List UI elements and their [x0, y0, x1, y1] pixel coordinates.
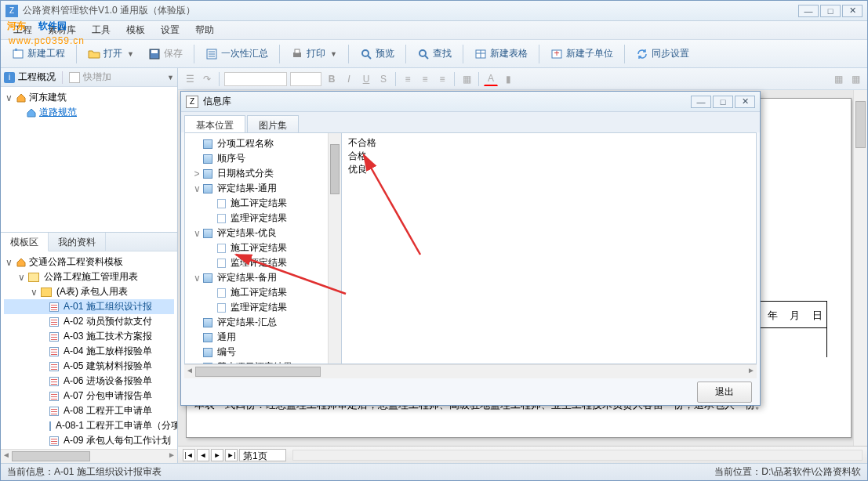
menu-help[interactable]: 帮助 [189, 22, 220, 38]
redo-icon[interactable]: ↷ [200, 72, 214, 86]
dialog-tree-item[interactable]: 编号 [188, 345, 325, 360]
template-item[interactable]: A-08 工程开工申请单 [4, 403, 174, 418]
template-item[interactable]: A-05 建筑材料报验单 [4, 359, 174, 374]
tab-my-materials[interactable]: 我的资料 [49, 233, 106, 251]
print-button[interactable]: 打印▼ [286, 45, 342, 63]
align-left-button[interactable]: ≡ [401, 72, 415, 86]
dialog-tree-item[interactable]: >日期格式分类 [188, 166, 325, 181]
template-tree[interactable]: ∨交通公路工程资料模板 ∨公路工程施工管理用表 ∨(A表) 承包人用表 A-01… [1, 251, 177, 449]
dialog-tree-item[interactable]: 评定结果-汇总 [188, 315, 325, 330]
doc-icon [49, 362, 59, 371]
preview-button[interactable]: 预览 [355, 45, 399, 63]
menu-settings[interactable]: 设置 [154, 22, 186, 38]
bold-button[interactable]: B [325, 72, 339, 86]
folder-icon [28, 273, 39, 282]
dialog-tree-item[interactable]: 分项工程名称 [188, 136, 325, 151]
doc-icon [49, 347, 59, 356]
page-input[interactable]: 第1页 [239, 449, 286, 461]
dialog-tree-item[interactable]: 施工评定结果 [188, 240, 325, 255]
search-button[interactable]: 查找 [412, 45, 456, 63]
close-button[interactable]: ✕ [842, 5, 863, 17]
dialog-tree-item[interactable]: 通用 [188, 330, 325, 345]
tab-templates[interactable]: 模板区 [1, 233, 49, 251]
project-tree[interactable]: ∨河东建筑 道路规范 [1, 87, 177, 232]
dialog-tree-item[interactable]: 施工评定结果 [188, 285, 325, 300]
menu-tools[interactable]: 工具 [85, 22, 117, 38]
toolbar: 新建工程 打开▼ 保存 一次性汇总 打印▼ 预览 查找 新建表格 +新建子单位 … [1, 40, 867, 68]
summary-button[interactable]: 一次性汇总 [201, 45, 273, 63]
dialog-tree-item[interactable]: ∨评定结果-通用 [188, 181, 325, 196]
dialog-tree-scrollbar[interactable] [328, 133, 341, 363]
borders-button[interactable]: ▦ [459, 72, 474, 86]
dialog-tab-images[interactable]: 图片集 [247, 115, 299, 132]
open-button[interactable]: 打开▼ [83, 45, 139, 63]
sync-button[interactable]: 同步设置 [631, 45, 694, 63]
dialog-hscroll[interactable] [184, 364, 757, 378]
template-root[interactable]: 交通公路工程资料模板 [29, 255, 123, 269]
size-select[interactable] [290, 72, 321, 86]
dialog-option[interactable]: 合格 [348, 150, 750, 163]
template-item[interactable]: A-01 施工组织设计报 [4, 299, 174, 314]
dialog-tree-item[interactable]: ∨评定结果-优良 [188, 226, 325, 240]
strike-button[interactable]: S [376, 72, 390, 86]
menu-material[interactable]: 素材库 [42, 22, 82, 38]
menu-project[interactable]: 工程 [7, 22, 38, 38]
last-page-button[interactable]: ►| [225, 449, 238, 461]
maximize-button[interactable]: □ [820, 5, 841, 17]
dialog-tree-item[interactable]: 监理评定结果 [188, 300, 325, 315]
horizontal-scrollbar[interactable] [1, 449, 177, 463]
dialog-tree-item[interactable]: 基本项目评定结果 [188, 360, 325, 363]
dialog-tree-item[interactable]: 顺序号 [188, 151, 325, 166]
new-table-button[interactable]: 新建表格 [470, 45, 532, 63]
template-item[interactable]: A-04 施工放样报验单 [4, 344, 174, 359]
page-icon [217, 214, 226, 223]
first-page-button[interactable]: |◄ [183, 449, 195, 461]
tree-root[interactable]: 河东建筑 [29, 91, 67, 104]
minimize-button[interactable]: — [798, 5, 819, 17]
quick-add-label[interactable]: 快增加 [83, 71, 111, 84]
misc-button[interactable]: ▦ [848, 72, 863, 86]
font-color-button[interactable]: A [484, 72, 498, 86]
dialog-tree[interactable]: 分项工程名称顺序号>日期格式分类∨评定结果-通用施工评定结果监理评定结果∨评定结… [185, 133, 342, 363]
template-subfolder[interactable]: (A表) 承包人用表 [56, 285, 128, 298]
dialog-option[interactable]: 不合格 [348, 136, 750, 150]
template-item[interactable]: A-03 施工技术方案报 [4, 329, 174, 344]
dialog-tree-item[interactable]: ∨评定结果-备用 [188, 270, 325, 285]
new-sub-button[interactable]: +新建子单位 [546, 45, 618, 63]
template-item[interactable]: A-08-1 工程开工申请单（分项工程开 [4, 418, 174, 433]
template-item[interactable]: A-09 承包人每旬工作计划 [4, 433, 174, 448]
underline-button[interactable]: U [359, 72, 373, 86]
template-item[interactable]: A-02 动员预付款支付 [4, 314, 174, 329]
prev-page-button[interactable]: ◄ [197, 449, 209, 461]
font-select[interactable] [224, 72, 287, 86]
fill-color-button[interactable]: ▮ [501, 72, 515, 86]
dialog-close-button[interactable]: ✕ [735, 96, 755, 108]
template-folder[interactable]: 公路工程施工管理用表 [44, 270, 138, 284]
new-project-button[interactable]: 新建工程 [7, 45, 70, 63]
dialog-options[interactable]: 不合格合格优良 [342, 133, 756, 363]
italic-button[interactable]: I [342, 72, 356, 86]
exit-button[interactable]: 退出 [697, 382, 752, 403]
pager-scrollbar[interactable] [292, 450, 863, 461]
dialog-tree-item[interactable]: 监理评定结果 [188, 211, 325, 226]
next-page-button[interactable]: ► [211, 449, 223, 461]
template-item[interactable]: A-06 进场设备报验单 [4, 374, 174, 389]
dialog-tree-item[interactable]: 施工评定结果 [188, 196, 325, 211]
align-right-button[interactable]: ≡ [435, 72, 449, 86]
dialog-title: 信息库 [203, 95, 691, 108]
status-right: 当前位置：D:\品茗软件\公路资料软 [714, 465, 861, 479]
dialog-tab-basic[interactable]: 基本位置 [184, 115, 245, 132]
save-button[interactable]: 保存 [143, 45, 187, 63]
overview-label[interactable]: 工程概况 [18, 71, 56, 84]
align-center-button[interactable]: ≡ [418, 72, 432, 86]
dialog-tree-item[interactable]: 监理评定结果 [188, 255, 325, 270]
dialog-minimize-button[interactable]: — [691, 96, 711, 108]
vertical-scrollbar[interactable] [853, 90, 867, 446]
dialog-option[interactable]: 优良 [348, 163, 750, 176]
tree-child[interactable]: 道路规范 [39, 106, 77, 119]
template-item[interactable]: A-07 分包申请报告单 [4, 389, 174, 403]
table-icon[interactable]: ▦ [831, 72, 845, 86]
dialog-maximize-button[interactable]: □ [713, 96, 733, 108]
align-left-icon[interactable]: ☰ [183, 72, 197, 86]
menu-template[interactable]: 模板 [120, 22, 151, 38]
